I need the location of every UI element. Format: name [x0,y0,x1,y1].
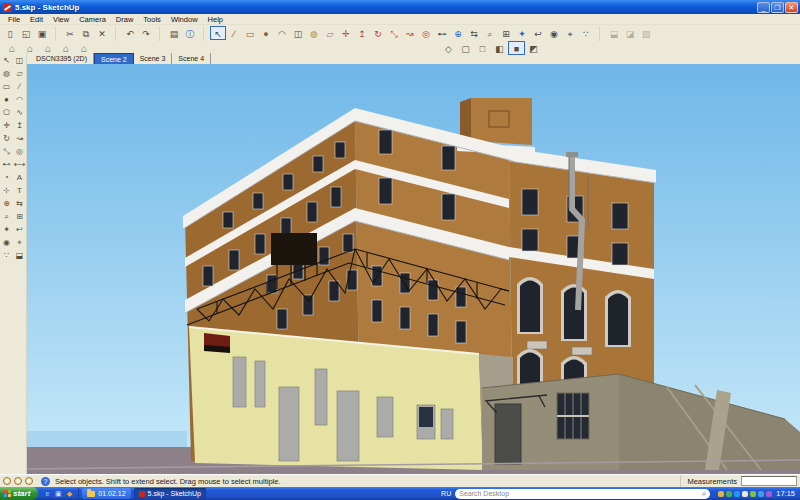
arc-button[interactable]: ◠ [274,26,290,40]
tray-messenger-icon[interactable] [726,491,732,497]
paint-bucket-button[interactable]: ◍ [306,26,322,40]
follow-me-button[interactable]: ↝ [402,26,418,40]
scene-tab-dscn3395-2d-[interactable]: DSCN3395 (2D) [30,53,94,64]
palette-select-button[interactable]: ↖ [0,54,13,67]
language-indicator[interactable]: RU [437,490,455,497]
taskbar-button-01-02-12[interactable]: 01.02.12 [82,488,130,499]
previous-view-button[interactable]: ↩ [530,26,546,40]
palette-position-camera-button[interactable]: ◉ [0,236,13,249]
position-camera-button[interactable]: ◉ [546,26,562,40]
palette-dimension-button[interactable]: ⟷ [13,158,26,171]
tray-network-icon[interactable] [750,491,756,497]
redo-button[interactable]: ↷ [138,26,154,40]
zoom-button[interactable]: ⌕ [482,26,498,40]
menu-draw[interactable]: Draw [111,15,139,24]
erase-button[interactable]: ✕ [94,26,110,40]
open-button[interactable]: ◱ [18,26,34,40]
help-icon[interactable]: ? [41,477,50,486]
make-component-button[interactable]: ◫ [290,26,306,40]
menu-help[interactable]: Help [203,15,228,24]
palette-polygon-button[interactable]: ⬠ [0,106,13,119]
palette-rectangle-button[interactable]: ▭ [0,80,13,93]
tray-update-icon[interactable] [734,491,740,497]
tray-volume-icon[interactable] [742,491,748,497]
rotate-button[interactable]: ↻ [370,26,386,40]
sign-in-icon[interactable] [25,477,33,485]
scene-tab-scene-4[interactable]: Scene 4 [172,53,211,64]
model-viewport[interactable] [27,64,800,474]
palette-circle-button[interactable]: ● [0,93,13,106]
copy-button[interactable]: ⧉ [78,26,94,40]
taskbar-button-5-skp-sketchup[interactable]: 5.skp - SketchUp [134,488,206,499]
palette-rotate-button[interactable]: ↻ [0,132,13,145]
zoom-extents-button[interactable]: ✦ [514,26,530,40]
menu-camera[interactable]: Camera [74,15,111,24]
move-button[interactable]: ✛ [338,26,354,40]
menu-view[interactable]: View [48,15,74,24]
scene-tab-scene-3[interactable]: Scene 3 [134,53,173,64]
tape-measure-button[interactable]: ⊷ [434,26,450,40]
look-around-button[interactable]: ⌖ [562,26,578,40]
orbit-button[interactable]: ⊕ [450,26,466,40]
new-button[interactable]: ▯ [2,26,18,40]
desktop-search-box[interactable]: Search Desktop ⌕ [455,489,710,499]
offset-button[interactable]: ◎ [418,26,434,40]
circle-button[interactable]: ● [258,26,274,40]
palette-line-button[interactable]: ∕ [13,80,26,93]
palette-text-button[interactable]: A [13,171,26,184]
palette-walk-button[interactable]: ∵ [0,249,13,262]
internet-explorer-icon[interactable]: e [43,490,51,498]
rectangle-button[interactable]: ▭ [242,26,258,40]
select-button[interactable]: ↖ [210,26,226,40]
claim-credit-icon[interactable] [14,477,22,485]
save-button[interactable]: ▣ [34,26,50,40]
palette-eraser-button[interactable]: ▱ [13,67,26,80]
walk-button[interactable]: ∵ [578,26,594,40]
palette-move-button[interactable]: ✛ [0,119,13,132]
menu-window[interactable]: Window [166,15,203,24]
cut-button[interactable]: ✂ [62,26,78,40]
pan-button[interactable]: ⇆ [466,26,482,40]
undo-button[interactable]: ↶ [122,26,138,40]
palette-previous-view-button[interactable]: ↩ [13,223,26,236]
palette-follow-me-button[interactable]: ↝ [13,132,26,145]
palette-section-plane-button[interactable]: ⬓ [13,249,26,262]
menu-tools[interactable]: Tools [138,15,166,24]
tray-antivirus-icon[interactable] [718,491,724,497]
push-pull-button[interactable]: ↥ [354,26,370,40]
palette-paint-bucket-button[interactable]: ◍ [0,67,13,80]
palette-make-component-button[interactable]: ◫ [13,54,26,67]
palette-zoom-window-button[interactable]: ⊞ [13,210,26,223]
tray-app-icon[interactable] [766,491,772,497]
search-icon[interactable]: ⌕ [702,489,706,499]
tray-battery-icon[interactable] [758,491,764,497]
palette-protractor-button[interactable]: ◔ [0,171,13,184]
palette-zoom-extents-button[interactable]: ✦ [0,223,13,236]
palette-scale-button[interactable]: ⤡ [0,145,13,158]
desktop-icon[interactable]: ▣ [54,490,62,498]
scale-button[interactable]: ⤡ [386,26,402,40]
palette-tape-measure-button[interactable]: ⊷ [0,158,13,171]
close-button[interactable]: ✕ [785,2,798,13]
palette-arc-button[interactable]: ◠ [13,93,26,106]
menu-file[interactable]: File [3,15,25,24]
zoom-window-button[interactable]: ⊞ [498,26,514,40]
eraser-button[interactable]: ▱ [322,26,338,40]
palette-zoom-button[interactable]: ⌕ [0,210,13,223]
palette-orbit-button[interactable]: ⊕ [0,197,13,210]
palette-look-around-button[interactable]: ⌖ [13,236,26,249]
palette-axes-button[interactable]: ⊹ [0,184,13,197]
media-app-icon[interactable]: ◆ [65,490,73,498]
start-button[interactable]: start [0,487,38,500]
model-info-button[interactable]: ⓘ [182,26,198,40]
restore-button[interactable]: ❐ [771,2,784,13]
line-button[interactable]: ∕ [226,26,242,40]
palette-3d-text-button[interactable]: T [13,184,26,197]
palette-offset-button[interactable]: ◎ [13,145,26,158]
palette-pan-button[interactable]: ⇆ [13,197,26,210]
print-button[interactable]: ▤ [166,26,182,40]
menu-edit[interactable]: Edit [25,15,48,24]
scene-tab-scene-2[interactable]: Scene 2 [94,53,134,64]
palette-freehand-button[interactable]: ∿ [13,106,26,119]
palette-push-pull-button[interactable]: ↥ [13,119,26,132]
